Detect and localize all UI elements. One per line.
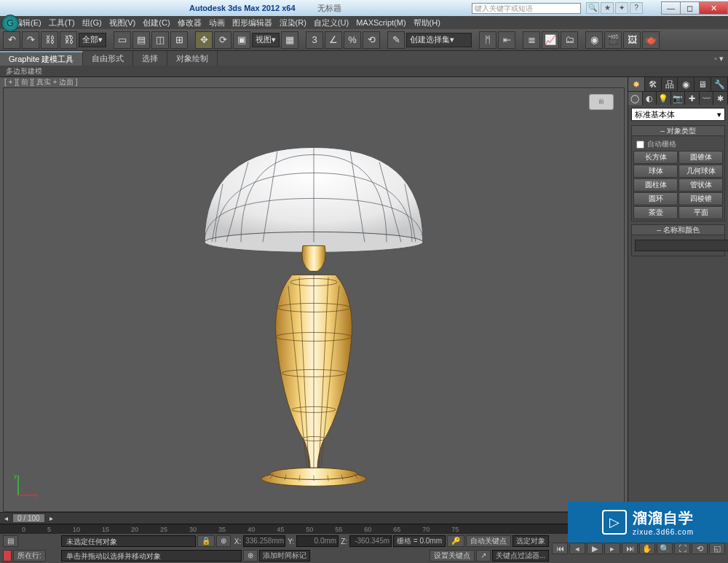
tube-button[interactable]: 管状体	[678, 178, 723, 192]
selection-filter-combo[interactable]: 全部 ▾	[79, 33, 106, 47]
shapes-subtab[interactable]: ◐	[643, 92, 657, 105]
display-tab[interactable]: 🖥	[695, 77, 711, 91]
time-tag-button[interactable]: ⊕	[243, 550, 258, 562]
manage-sets-button[interactable]: ✎	[387, 31, 405, 49]
modify-tab[interactable]: 🛠	[645, 77, 662, 91]
move-button[interactable]: ✥	[195, 31, 213, 49]
time-thumb[interactable]: 0 / 100	[12, 513, 45, 523]
select-button[interactable]: ▭	[114, 31, 131, 49]
geometry-subtab[interactable]: ◯	[628, 92, 643, 105]
render-setup-button[interactable]: 🎬	[604, 31, 622, 49]
listener-button[interactable]	[3, 550, 12, 562]
zoom-extents-button[interactable]: ⛶	[674, 543, 690, 554]
ribbon-tab-select[interactable]: 选择	[133, 51, 167, 66]
key-button[interactable]: 🔑	[447, 535, 464, 547]
box-button[interactable]: 长方体	[633, 151, 678, 164]
application-menu-button[interactable]: G	[1, 15, 19, 32]
keymode-button[interactable]: ↗	[476, 550, 491, 562]
redo-button[interactable]: ↷	[22, 31, 39, 49]
next-frame-button[interactable]: ▸	[604, 543, 620, 554]
menu-group[interactable]: 组(G)	[82, 17, 102, 28]
menu-render[interactable]: 渲染(R)	[280, 17, 306, 28]
time-tag-combo[interactable]: 添加时间标记	[259, 550, 310, 562]
pan-button[interactable]: ✋	[639, 543, 655, 554]
torus-button[interactable]: 圆环	[633, 192, 678, 205]
subscription-icon[interactable]: ★	[601, 2, 614, 14]
curve-editor-button[interactable]: 📈	[542, 31, 559, 49]
viewcube[interactable]: 前	[589, 94, 614, 110]
render-frame-button[interactable]: 🖼	[623, 31, 641, 49]
keyfilter-button[interactable]: 关键点过滤器...	[492, 550, 549, 562]
key-target-combo[interactable]: 选定对象	[513, 535, 549, 547]
scale-button[interactable]: ▣	[233, 31, 250, 49]
ribbon-tab-paint[interactable]: 对象绘制	[167, 51, 218, 66]
menu-view[interactable]: 视图(V)	[109, 17, 136, 28]
setkey-button[interactable]: 设置关键点	[430, 550, 475, 562]
viewport-label[interactable]: [ + ][ 前 ][ 真实 + 边面 ]	[0, 77, 628, 87]
mirror-button[interactable]: ᛗ	[479, 31, 496, 49]
help-icon[interactable]: ?	[630, 2, 643, 14]
orbit-button[interactable]: ⟲	[692, 543, 708, 554]
link-button[interactable]: ⛓	[41, 31, 58, 49]
select-region-button[interactable]: ◫	[151, 31, 169, 49]
cone-button[interactable]: 圆锥体	[678, 151, 723, 164]
select-name-button[interactable]: ▤	[132, 31, 150, 49]
search-icon[interactable]: 🔍	[586, 2, 599, 14]
motion-tab[interactable]: ◉	[678, 77, 695, 91]
snap-button[interactable]: 3	[306, 31, 323, 49]
material-editor-button[interactable]: ◉	[585, 31, 603, 49]
menu-maxscript[interactable]: MAXScript(M)	[356, 18, 405, 27]
name-color-rollout[interactable]: – 名称和颜色	[631, 224, 725, 235]
help-search-input[interactable]: 键入关键字或短语	[472, 3, 581, 14]
exchange-icon[interactable]: ✦	[615, 2, 628, 14]
menu-create[interactable]: 创建(C)	[143, 17, 170, 28]
maximize-button[interactable]: ◻	[680, 1, 700, 15]
autokey-button[interactable]: 自动关键点	[466, 535, 511, 547]
menu-tools[interactable]: 工具(T)	[49, 17, 75, 28]
sphere-button[interactable]: 球体	[633, 165, 678, 178]
create-tab[interactable]: ✸	[628, 77, 645, 91]
maximize-viewport-button[interactable]: ◱	[709, 543, 725, 554]
viewport[interactable]: 前	[3, 87, 625, 512]
ribbon-tab-freeform[interactable]: 自由形式	[83, 51, 133, 66]
layer-button[interactable]: ≣	[523, 31, 540, 49]
ribbon-tab-graphite[interactable]: Graphite 建模工具	[0, 51, 83, 66]
goto-start-button[interactable]: ⏮	[552, 543, 568, 554]
selection-set-combo[interactable]: 创建选择集 ▾	[406, 33, 472, 47]
coord-y[interactable]: 0.0mm	[296, 535, 339, 547]
spinner-snap-button[interactable]: ⟲	[363, 31, 380, 49]
unlink-button[interactable]: ⛓̸	[60, 31, 77, 49]
render-button[interactable]: 🫖	[642, 31, 660, 49]
space-warps-subtab[interactable]: 〰	[700, 92, 714, 105]
cylinder-button[interactable]: 圆柱体	[633, 178, 678, 192]
absolute-mode-button[interactable]: ⊕	[216, 535, 231, 547]
menu-grapheditor[interactable]: 图形编辑器	[232, 17, 272, 28]
undo-button[interactable]: ↶	[3, 31, 20, 49]
ref-coord-combo[interactable]: 视图 ▾	[252, 33, 280, 47]
cameras-subtab[interactable]: 📷	[671, 92, 686, 105]
menu-help[interactable]: 帮助(H)	[414, 17, 440, 28]
menu-modifiers[interactable]: 修改器	[178, 17, 202, 28]
close-button[interactable]: ✕	[699, 1, 728, 15]
play-button[interactable]: ▶	[587, 543, 603, 554]
coord-z[interactable]: -360.345m	[349, 535, 392, 547]
align-button[interactable]: ⇤	[498, 31, 515, 49]
systems-subtab[interactable]: ✱	[713, 92, 728, 105]
percent-snap-button[interactable]: %	[344, 31, 361, 49]
ribbon-collapse-button[interactable]: ◦ ▾	[710, 54, 728, 63]
rotate-button[interactable]: ⟳	[214, 31, 232, 49]
plane-button[interactable]: 平面	[678, 206, 723, 219]
minimize-button[interactable]: —	[661, 1, 681, 15]
maxscript-mini-button[interactable]: ▤	[3, 535, 18, 547]
teapot-button[interactable]: 茶壶	[633, 206, 678, 219]
autogrid-checkbox[interactable]: 自动栅格	[633, 138, 723, 151]
goto-end-button[interactable]: ⏭	[622, 543, 638, 554]
object-name-input[interactable]	[635, 240, 728, 251]
window-crossing-button[interactable]: ⊞	[170, 31, 188, 49]
lock-selection-button[interactable]: 🔒	[197, 535, 215, 547]
angle-snap-button[interactable]: ∠	[325, 31, 342, 49]
geosphere-button[interactable]: 几何球体	[678, 165, 723, 178]
zoom-button[interactable]: 🔍	[657, 543, 673, 554]
menu-animation[interactable]: 动画	[209, 17, 225, 28]
object-type-rollout[interactable]: – 对象类型	[631, 125, 725, 136]
